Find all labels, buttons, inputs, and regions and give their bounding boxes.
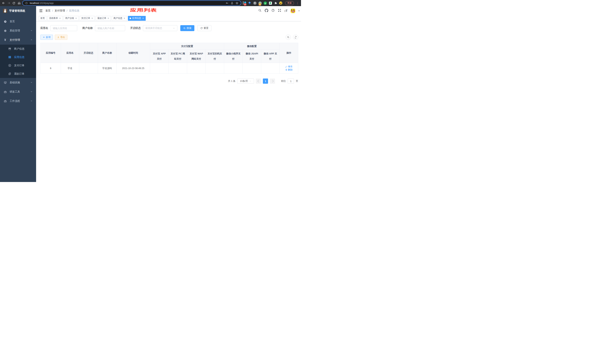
app-name-input[interactable] xyxy=(50,25,77,31)
home-icon[interactable] xyxy=(17,1,21,5)
share-icon[interactable] xyxy=(230,1,234,5)
goto-page-input[interactable] xyxy=(288,78,294,84)
chevron-down-icon xyxy=(30,90,32,93)
github-icon[interactable] xyxy=(265,9,268,13)
monitor-icon xyxy=(3,81,7,84)
breadcrumb: 首页 / 支付管理 / 应用信息 xyxy=(45,9,79,12)
grid-icon xyxy=(8,55,11,59)
extension-gem-icon[interactable] xyxy=(248,1,251,5)
tag-refund-order[interactable]: 退款订单 xyxy=(96,16,111,21)
close-icon[interactable] xyxy=(142,17,144,19)
browser-profile-avatar[interactable] xyxy=(279,1,282,5)
sidebar-item-merchant-info[interactable]: 商户信息 xyxy=(0,45,36,53)
extension-doc-icon[interactable] xyxy=(269,1,272,5)
chevron-down-icon xyxy=(173,27,175,29)
back-icon[interactable] xyxy=(2,1,5,5)
sidebar-item-system[interactable]: 系统管理 xyxy=(0,26,36,35)
sidebar-item-devtools[interactable]: 研发工具 xyxy=(0,87,36,96)
yen-icon: ¥ xyxy=(3,38,7,42)
sidebar-item-infra[interactable]: 基础设施 xyxy=(0,78,36,87)
table-search-toggle-button[interactable] xyxy=(286,35,291,40)
table-row: 6 芋道 芋道源码 2021-10-23 08:49:25 xyxy=(41,63,298,74)
col-alipay-wap: 支付宝 WAP 网站支付 xyxy=(187,50,206,63)
close-icon[interactable] xyxy=(107,17,109,19)
app-name-label: 应用名 xyxy=(40,26,48,30)
next-page-button[interactable] xyxy=(270,78,275,84)
export-button[interactable]: 导出 xyxy=(55,35,67,40)
open-status-select[interactable]: 请选择开启状态 xyxy=(143,25,177,31)
chevron-up-icon xyxy=(30,39,32,42)
breadcrumb-home[interactable]: 首页 xyxy=(45,9,51,12)
sidebar-item-refund-order[interactable]: 退款订单 xyxy=(0,70,36,78)
site-info-icon[interactable] xyxy=(25,1,28,5)
app-title: 芋道管理系统 xyxy=(9,9,25,13)
tag-app-info[interactable]: 应用信息 xyxy=(128,16,146,21)
close-icon[interactable] xyxy=(123,17,125,19)
search-icon xyxy=(183,27,186,30)
font-size-icon[interactable]: TT xyxy=(284,9,288,12)
tag-pay-order[interactable]: 支付订单 xyxy=(80,16,95,21)
dashboard-icon xyxy=(3,20,7,23)
tag-merchant-info[interactable]: 商户信息 xyxy=(112,16,127,21)
extension-devtools-icon[interactable]: 10 xyxy=(243,1,246,5)
search-button[interactable]: 搜索 xyxy=(180,25,194,31)
sidebar-collapse-icon[interactable] xyxy=(39,9,43,13)
password-key-icon[interactable] xyxy=(225,1,229,5)
chrome-update-button[interactable]: 更新 xyxy=(285,1,294,5)
search-icon xyxy=(287,36,290,39)
page-size-select[interactable]: 10条/页 xyxy=(237,78,254,84)
bookmark-star-icon[interactable] xyxy=(235,1,239,5)
breadcrumb-current: 应用信息 xyxy=(69,9,79,12)
plus-icon xyxy=(43,36,45,38)
add-button[interactable]: 新增 xyxy=(40,35,53,40)
sidebar-item-pay-order[interactable]: 支付订单 xyxy=(0,61,36,70)
reload-icon[interactable] xyxy=(12,1,16,5)
active-dot xyxy=(129,18,131,19)
delete-link[interactable]: 删除 xyxy=(285,68,293,72)
extension-command-icon[interactable]: ⌘ xyxy=(253,1,257,5)
refresh-icon xyxy=(294,36,297,39)
breadcrumb-payment[interactable]: 支付管理 xyxy=(55,9,65,12)
table-refresh-button[interactable] xyxy=(293,35,298,40)
edit-icon xyxy=(285,65,288,68)
url-bar[interactable]: localhost:1024/pay/app xyxy=(22,1,241,5)
close-icon[interactable] xyxy=(59,17,61,19)
fullscreen-icon[interactable] xyxy=(278,9,281,13)
filter-bar: 应用名 商户名称 开启状态 请选择开启状态 搜索 xyxy=(40,25,298,31)
merchant-name-input[interactable] xyxy=(95,25,125,31)
extension-y-icon[interactable]: y xyxy=(263,1,267,5)
help-icon[interactable] xyxy=(271,9,275,13)
close-icon[interactable] xyxy=(75,17,77,19)
extensions-area: 10 ⌘ 1 y xyxy=(243,1,282,5)
download-icon xyxy=(57,36,59,38)
cell-create-time: 2021-10-23 08:49:25 xyxy=(117,63,150,74)
current-page[interactable]: 1 xyxy=(263,78,268,84)
forward-icon[interactable] xyxy=(7,1,10,5)
user-avatar[interactable] xyxy=(291,9,295,13)
yen-circle-icon xyxy=(8,64,11,67)
sidebar-item-home[interactable]: 首页 xyxy=(0,17,36,26)
browser-menu-icon[interactable]: ⋮ xyxy=(296,2,299,4)
prev-page-button[interactable] xyxy=(256,78,261,84)
close-icon[interactable] xyxy=(91,17,93,19)
edit-link[interactable]: 修改 xyxy=(285,65,293,68)
sidebar-item-app-info[interactable]: 应用信息 xyxy=(0,53,36,61)
storefront-icon xyxy=(8,47,11,51)
avatar-caret-icon[interactable]: ▾ xyxy=(298,10,300,12)
col-group-alipay: 支付宝配置 xyxy=(150,43,224,50)
header-search-icon[interactable] xyxy=(258,9,262,13)
sidebar-logo-row[interactable]: 芋道管理系统 xyxy=(0,6,36,15)
extensions-puzzle-icon[interactable] xyxy=(274,1,277,5)
tag-user-group[interactable]: 用户分组 xyxy=(64,16,79,21)
page-content: 应用名 商户名称 开启状态 请选择开启状态 搜索 xyxy=(36,21,301,182)
tag-home[interactable]: 首页 xyxy=(39,16,46,21)
reset-button[interactable]: 重置 xyxy=(197,25,211,31)
tag-process-form[interactable]: 流程表单 xyxy=(47,16,63,21)
app-logo xyxy=(3,9,7,13)
col-open-status: 开启状态 xyxy=(79,43,98,63)
cell-app-id: 6 xyxy=(41,63,61,74)
sidebar-item-payment[interactable]: ¥ 支付管理 xyxy=(0,35,36,45)
extension-camera-icon[interactable]: 1 xyxy=(258,1,262,5)
col-wx-mini: 微信小程序支付 xyxy=(224,50,243,63)
sidebar-item-workflow[interactable]: 工作流程 xyxy=(0,96,36,106)
